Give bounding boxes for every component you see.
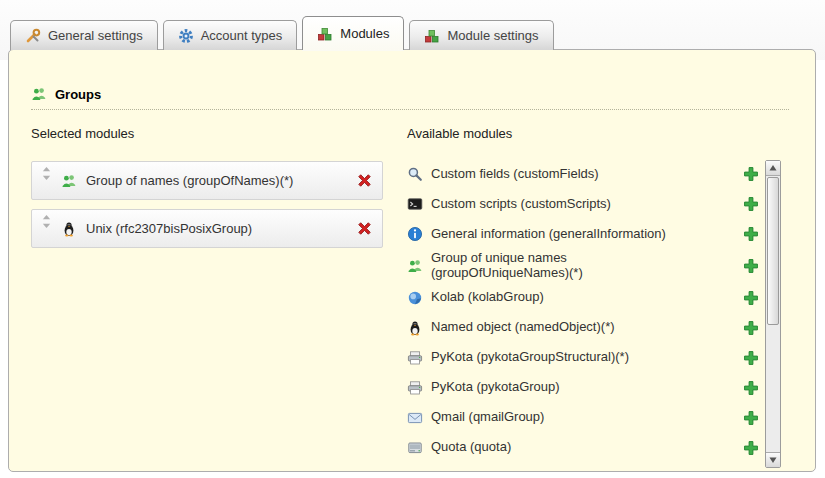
selected-modules-column: Selected modules Group of names (groupOf…	[31, 126, 383, 257]
tab-modules[interactable]: Modules	[302, 16, 404, 50]
available-modules-column: Available modules Custom fields (customF…	[407, 126, 759, 463]
tab-label: Modules	[340, 26, 389, 41]
add-module-button[interactable]	[743, 440, 759, 456]
content-panel: Groups Selected modules Group of names (…	[8, 49, 816, 472]
selected-module-row: Group of names (groupOfNames)(*)	[31, 161, 383, 200]
scrollbar-thumb[interactable]	[767, 177, 779, 325]
drag-handle-icon[interactable]	[41, 214, 52, 229]
selected-modules-list: Group of names (groupOfNames)(*)Unix (rf…	[31, 161, 383, 248]
module-label: PyKota (pykotaGroupStructural)(*)	[431, 350, 629, 365]
tab-label: General settings	[48, 28, 143, 43]
scroll-up-button[interactable]	[766, 161, 780, 176]
group-icon	[407, 258, 423, 274]
tux-icon	[407, 320, 423, 336]
printer-icon	[407, 350, 423, 366]
add-module-button[interactable]	[743, 350, 759, 366]
add-module-button[interactable]	[743, 380, 759, 396]
scrollbar[interactable]	[765, 160, 781, 468]
remove-module-button[interactable]	[356, 172, 373, 189]
selected-modules-heading: Selected modules	[31, 126, 383, 141]
selected-module-row: Unix (rfc2307bisPosixGroup)	[31, 209, 383, 248]
module-label: Qmail (qmailGroup)	[431, 410, 544, 425]
modules-icon	[317, 26, 333, 42]
available-modules-list: Custom fields (customFields)Custom scrip…	[407, 159, 759, 463]
scroll-up-icon	[769, 164, 777, 172]
tab-account-types[interactable]: Account types	[163, 20, 298, 50]
module-label: Custom scripts (customScripts)	[431, 197, 611, 212]
available-modules-heading: Available modules	[407, 126, 759, 141]
section-header: Groups	[31, 86, 789, 110]
magnifier-icon	[407, 166, 423, 182]
add-module-button[interactable]	[743, 166, 759, 182]
module-settings-icon	[424, 28, 440, 44]
module-label: Kolab (kolabGroup)	[431, 290, 544, 305]
info-icon	[407, 226, 423, 242]
scroll-down-button[interactable]	[766, 452, 780, 467]
mail-icon	[407, 410, 423, 426]
tab-label: Account types	[201, 28, 283, 43]
group-icon	[61, 173, 77, 189]
terminal-icon	[407, 196, 423, 212]
module-label: Quota (quota)	[431, 440, 511, 455]
module-label: PyKota (pykotaGroup)	[431, 380, 560, 395]
gear-icon	[178, 28, 194, 44]
available-module-row: Named object (namedObject)(*)	[407, 313, 759, 343]
tab-general-settings[interactable]: General settings	[10, 20, 158, 50]
available-module-row: Group of unique names (groupOfUniqueName…	[407, 249, 759, 283]
page-title: Groups	[55, 87, 101, 102]
tab-bar: General settingsAccount typesModulesModu…	[10, 16, 554, 50]
add-module-button[interactable]	[743, 258, 759, 274]
tab-label: Module settings	[447, 28, 538, 43]
available-module-row: Kolab (kolabGroup)	[407, 283, 759, 313]
add-module-button[interactable]	[743, 196, 759, 212]
page: General settingsAccount typesModulesModu…	[0, 0, 825, 478]
add-module-button[interactable]	[743, 410, 759, 426]
available-module-row: Quota (quota)	[407, 433, 759, 463]
available-module-row: PyKota (pykotaGroupStructural)(*)	[407, 343, 759, 373]
available-module-row: Qmail (qmailGroup)	[407, 403, 759, 433]
tools-icon	[25, 28, 41, 44]
available-module-row: Custom fields (customFields)	[407, 159, 759, 189]
tux-icon	[61, 221, 77, 237]
module-label: Group of names (groupOfNames)(*)	[86, 173, 293, 188]
remove-module-button[interactable]	[356, 220, 373, 237]
module-label: Group of unique names (groupOfUniqueName…	[431, 251, 701, 281]
scroll-down-icon	[769, 456, 777, 464]
module-label: Custom fields (customFields)	[431, 167, 599, 182]
tab-module-settings[interactable]: Module settings	[409, 20, 553, 50]
module-label: Named object (namedObject)(*)	[431, 320, 615, 335]
drive-icon	[407, 440, 423, 456]
group-icon	[31, 86, 47, 102]
module-label: General information (generalInformation)	[431, 227, 666, 242]
add-module-button[interactable]	[743, 320, 759, 336]
available-module-row: PyKota (pykotaGroup)	[407, 373, 759, 403]
add-module-button[interactable]	[743, 226, 759, 242]
available-module-row: Custom scripts (customScripts)	[407, 189, 759, 219]
add-module-button[interactable]	[743, 290, 759, 306]
available-module-row: General information (generalInformation)	[407, 219, 759, 249]
module-label: Unix (rfc2307bisPosixGroup)	[86, 221, 252, 236]
drag-handle-icon[interactable]	[41, 166, 52, 181]
printer-icon	[407, 380, 423, 396]
kolab-icon	[407, 290, 423, 306]
